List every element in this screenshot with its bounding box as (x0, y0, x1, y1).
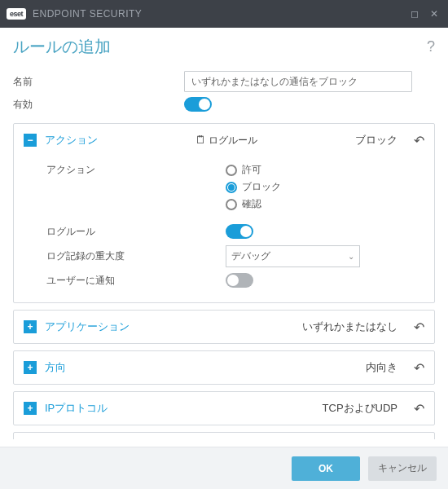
radio-block[interactable]: ブロック (226, 180, 281, 194)
cancel-button[interactable]: キャンセル (368, 456, 437, 481)
panel-application: + アプリケーション いずれかまたはなし ↶ (13, 310, 435, 344)
severity-value: デバッグ (231, 249, 270, 263)
ok-button[interactable]: OK (292, 456, 360, 481)
panel-application-header[interactable]: + アプリケーション いずれかまたはなし ↶ (14, 311, 434, 343)
radio-allow[interactable]: 許可 (226, 163, 281, 177)
title-bar: eset ENDPOINT SECURITY ◻ ✕ (0, 0, 448, 28)
brand-logo: eset (7, 8, 26, 20)
window-close-icon[interactable]: ✕ (430, 8, 438, 20)
panel-direction: + 方向 内向き ↶ (13, 350, 435, 385)
severity-field-label: ログ記録の重大度 (46, 249, 226, 263)
page-title: ルールの追加 (13, 36, 111, 58)
window-maximize-icon[interactable]: ◻ (411, 8, 419, 20)
product-title: ENDPOINT SECURITY (33, 8, 142, 20)
logrule-field-label: ログルール (46, 225, 226, 239)
footer: OK キャンセル (0, 447, 448, 489)
reset-icon[interactable]: ↶ (414, 319, 424, 335)
chevron-down-icon: ⌄ (348, 252, 354, 261)
panel-localhost: + ローカルホスト すべて ↶ (13, 432, 435, 439)
radio-confirm[interactable]: 確認 (226, 197, 281, 211)
enabled-label: 有効 (13, 98, 103, 112)
panel-action-title: アクション (45, 133, 98, 148)
panel-application-title: アプリケーション (45, 319, 130, 334)
panel-action-header[interactable]: − アクション 🗒 ログルール ブロック ↶ (14, 124, 434, 156)
action-field-label: アクション (46, 163, 226, 177)
radio-allow-label: 許可 (242, 163, 261, 177)
expand-icon[interactable]: + (24, 361, 37, 374)
enabled-toggle[interactable] (184, 97, 212, 112)
reset-icon[interactable]: ↶ (414, 133, 424, 148)
reset-icon[interactable]: ↶ (414, 360, 424, 376)
name-label: 名前 (13, 75, 103, 89)
collapse-icon[interactable]: − (24, 134, 37, 147)
panel-direction-value: 内向き (366, 360, 397, 375)
panel-application-value: いずれかまたはなし (302, 319, 397, 334)
panel-direction-header[interactable]: + 方向 内向き ↶ (14, 351, 434, 384)
radio-block-label: ブロック (242, 180, 281, 194)
panel-action-value: ブロック (355, 133, 397, 148)
panel-direction-title: 方向 (45, 360, 66, 375)
logrule-toggle[interactable] (226, 224, 253, 239)
page-header: ルールの追加 ? (0, 28, 448, 63)
radio-confirm-label: 確認 (242, 197, 261, 211)
panel-protocol-header[interactable]: + IPプロトコル TCPおよびUDP ↶ (14, 392, 434, 425)
notify-field-label: ユーザーに通知 (46, 274, 226, 288)
log-icon: 🗒 (195, 134, 206, 146)
panel-protocol-title: IPプロトコル (45, 401, 108, 416)
reset-icon[interactable]: ↶ (414, 401, 424, 416)
panel-action-logrule-head: ログルール (209, 134, 257, 146)
panel-protocol: + IPプロトコル TCPおよびUDP ↶ (13, 391, 435, 425)
rule-name-input[interactable] (184, 71, 412, 92)
panel-action: − アクション 🗒 ログルール ブロック ↶ アクション 許可 ブロック 確認 … (13, 123, 435, 303)
expand-icon[interactable]: + (24, 320, 37, 333)
help-icon[interactable]: ? (427, 38, 435, 55)
severity-select[interactable]: デバッグ ⌄ (226, 245, 360, 267)
expand-icon[interactable]: + (24, 402, 37, 415)
panel-protocol-value: TCPおよびUDP (323, 401, 397, 416)
notify-toggle[interactable] (226, 273, 253, 288)
panel-localhost-header[interactable]: + ローカルホスト すべて ↶ (14, 433, 434, 439)
